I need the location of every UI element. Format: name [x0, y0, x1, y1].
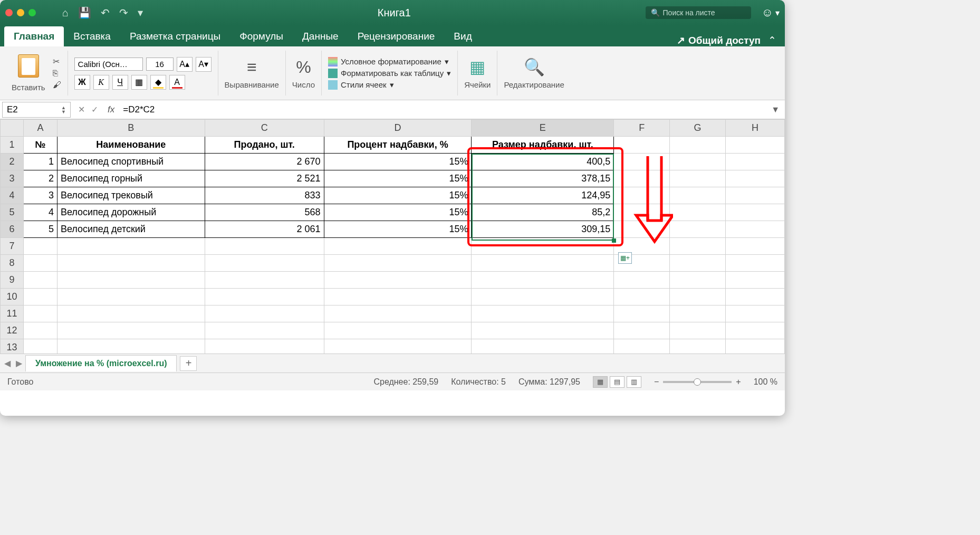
- undo-icon[interactable]: ↶: [101, 6, 110, 19]
- zoom-level[interactable]: 100 %: [754, 377, 777, 387]
- col-header-G[interactable]: G: [670, 120, 726, 137]
- expand-formula-bar-icon[interactable]: ▼: [766, 105, 785, 114]
- cell-H1[interactable]: [726, 137, 785, 154]
- fill-handle[interactable]: [612, 238, 616, 243]
- save-icon[interactable]: 💾: [78, 6, 91, 19]
- cell-D3[interactable]: 15%: [324, 170, 472, 187]
- italic-button[interactable]: К: [93, 75, 109, 90]
- cell-D4[interactable]: 15%: [324, 187, 472, 204]
- cell-F2[interactable]: [614, 154, 670, 170]
- col-header-F[interactable]: F: [614, 120, 670, 137]
- align-icon[interactable]: ≡: [247, 58, 257, 77]
- cell-G5[interactable]: [670, 204, 726, 221]
- cell-E5[interactable]: 85,2: [472, 204, 614, 221]
- tab-view[interactable]: Вид: [444, 26, 481, 46]
- row-header-7[interactable]: 7: [1, 238, 24, 255]
- row-header-9[interactable]: 9: [1, 272, 24, 289]
- zoom-slider[interactable]: − +: [654, 377, 741, 387]
- tab-data[interactable]: Данные: [293, 26, 348, 46]
- font-size-select[interactable]: [146, 58, 174, 71]
- qat-dropdown-icon[interactable]: ▾: [138, 6, 143, 19]
- cell-H3[interactable]: [726, 170, 785, 187]
- col-header-H[interactable]: H: [726, 120, 785, 137]
- cell-B1[interactable]: Наименование: [57, 137, 205, 154]
- cell-B5[interactable]: Велосипед дорожный: [57, 204, 205, 221]
- tab-formulas[interactable]: Формулы: [230, 26, 293, 46]
- cell-C2[interactable]: 2 670: [205, 154, 324, 170]
- percent-icon[interactable]: %: [296, 58, 311, 77]
- row-header-3[interactable]: 3: [1, 170, 24, 187]
- cell-D6[interactable]: 15%: [324, 221, 472, 238]
- cell-G1[interactable]: [670, 137, 726, 154]
- cell-H4[interactable]: [726, 187, 785, 204]
- cell-G3[interactable]: [670, 170, 726, 187]
- tab-home[interactable]: Главная: [4, 26, 64, 46]
- cell-E4[interactable]: 124,95: [472, 187, 614, 204]
- cell-A6[interactable]: 5: [23, 221, 57, 238]
- close-window-button[interactable]: [5, 9, 13, 16]
- cell-F6[interactable]: [614, 221, 670, 238]
- row-header-6[interactable]: 6: [1, 221, 24, 238]
- decrease-font-button[interactable]: A▾: [196, 57, 212, 72]
- font-color-button[interactable]: A: [169, 75, 185, 90]
- borders-button[interactable]: ▦: [131, 75, 147, 90]
- normal-view-button[interactable]: ▦: [593, 376, 608, 388]
- formula-input[interactable]: [119, 102, 766, 117]
- cell-A5[interactable]: 4: [23, 204, 57, 221]
- fx-icon[interactable]: fx: [103, 104, 119, 115]
- cancel-formula-icon[interactable]: ✕: [78, 104, 85, 114]
- name-box[interactable]: E2 ▲▼: [2, 102, 71, 118]
- row-header-5[interactable]: 5: [1, 204, 24, 221]
- cell-C6[interactable]: 2 061: [205, 221, 324, 238]
- row-header-11[interactable]: 11: [1, 305, 24, 322]
- cell-styles-button[interactable]: Стили ячеек ▾: [328, 80, 451, 90]
- cell-F5[interactable]: [614, 204, 670, 221]
- cell-B4[interactable]: Велосипед трековый: [57, 187, 205, 204]
- font-name-select[interactable]: [74, 58, 143, 71]
- home-icon[interactable]: ⌂: [62, 7, 69, 19]
- row-header-13[interactable]: 13: [1, 339, 24, 354]
- spreadsheet-area[interactable]: A B C D E F G H 1 № Наименование Продано…: [0, 119, 785, 354]
- select-all-corner[interactable]: [1, 120, 24, 137]
- format-painter-icon[interactable]: 🖌: [53, 80, 61, 90]
- col-header-C[interactable]: C: [205, 120, 324, 137]
- cell-B2[interactable]: Велосипед спортивный: [57, 154, 205, 170]
- feedback-dropdown-icon[interactable]: ▾: [775, 8, 780, 18]
- cell-A3[interactable]: 2: [23, 170, 57, 187]
- col-header-D[interactable]: D: [324, 120, 472, 137]
- sheet-tab[interactable]: Умножение на % (microexcel.ru): [25, 355, 177, 371]
- col-header-B[interactable]: B: [57, 120, 205, 137]
- cell-G4[interactable]: [670, 187, 726, 204]
- fill-color-button[interactable]: ◆: [150, 75, 166, 90]
- conditional-formatting-button[interactable]: Условное форматирование ▾: [328, 57, 451, 66]
- row-header-1[interactable]: 1: [1, 137, 24, 154]
- find-icon[interactable]: 🔍: [524, 57, 545, 77]
- cell-F3[interactable]: [614, 170, 670, 187]
- format-as-table-button[interactable]: Форматировать как таблицу ▾: [328, 69, 451, 78]
- maximize-window-button[interactable]: [28, 9, 36, 16]
- minimize-window-button[interactable]: [17, 9, 24, 16]
- row-header-8[interactable]: 8: [1, 255, 24, 272]
- cells-icon[interactable]: ▦: [469, 57, 485, 77]
- underline-button[interactable]: Ч: [112, 75, 128, 90]
- cell-A4[interactable]: 3: [23, 187, 57, 204]
- cut-icon[interactable]: ✂: [53, 56, 61, 66]
- prev-sheet-icon[interactable]: ◀: [4, 358, 11, 368]
- zoom-out-button[interactable]: −: [654, 377, 659, 387]
- cell-H6[interactable]: [726, 221, 785, 238]
- row-header-10[interactable]: 10: [1, 289, 24, 305]
- cell-F4[interactable]: [614, 187, 670, 204]
- cell-F1[interactable]: [614, 137, 670, 154]
- cell-C5[interactable]: 568: [205, 204, 324, 221]
- feedback-icon[interactable]: ☺: [762, 6, 773, 20]
- redo-icon[interactable]: ↷: [119, 6, 128, 19]
- row-header-12[interactable]: 12: [1, 322, 24, 339]
- cell-H2[interactable]: [726, 154, 785, 170]
- tab-review[interactable]: Рецензирование: [348, 26, 445, 46]
- tab-page-layout[interactable]: Разметка страницы: [120, 26, 230, 46]
- copy-icon[interactable]: ⎘: [53, 69, 61, 78]
- collapse-ribbon-icon[interactable]: ⌃: [768, 34, 776, 46]
- cell-C1[interactable]: Продано, шт.: [205, 137, 324, 154]
- cell-E3[interactable]: 378,15: [472, 170, 614, 187]
- increase-font-button[interactable]: A▴: [177, 57, 193, 72]
